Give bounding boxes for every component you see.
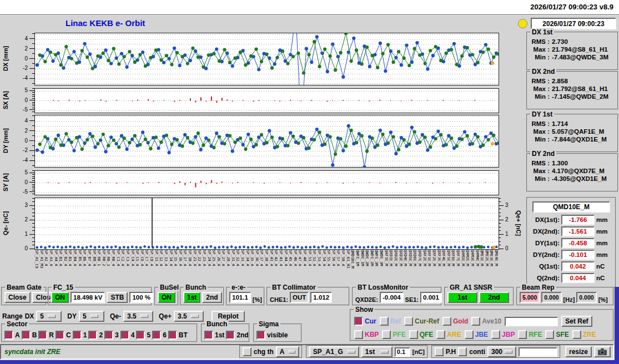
qe-plot — [34, 198, 499, 250]
interval-select[interactable]: 300 — [487, 346, 516, 357]
sy-plot-row: SY [A] 50-5 — [0, 170, 526, 194]
sector-a-checkbox[interactable] — [4, 331, 13, 340]
conti-checkbox[interactable] — [458, 347, 467, 356]
monitor-row: DY(2nd):-0.101mm — [529, 250, 614, 260]
range-qep-label: Qe+ — [159, 312, 172, 320]
bunch-order-select[interactable]: 1st — [361, 346, 392, 357]
monitor-value: -1.561 — [561, 226, 595, 236]
set-ref-button[interactable]: Set Ref — [561, 316, 592, 327]
beam-rep-pct-display: 0.000 — [576, 292, 596, 303]
sector-6-checkbox[interactable] — [152, 331, 161, 340]
sector-b-checkbox[interactable] — [22, 331, 31, 340]
show-cur-checkbox[interactable] — [354, 317, 363, 326]
qe-right-axis-ticks: 3210 — [499, 198, 513, 249]
group-title: e-:e- — [230, 284, 247, 291]
sp-device-select[interactable]: SP_A1_G — [309, 346, 359, 357]
conti-label: conti — [469, 348, 485, 356]
sector-bt-checkbox[interactable] — [168, 331, 177, 340]
show-jbe-checkbox[interactable] — [465, 330, 474, 339]
show-gold-checkbox[interactable] — [442, 317, 451, 326]
range-qem-select[interactable]: 3.5 — [123, 311, 153, 322]
range-dy-select[interactable]: 5 — [79, 311, 104, 322]
chg-th-checkbox[interactable] — [243, 347, 251, 356]
bunch-1st-checkbox[interactable] — [204, 331, 213, 340]
show-ref-checkbox[interactable] — [380, 317, 389, 326]
bunch-2nd-checkbox[interactable] — [226, 331, 235, 340]
spare-input[interactable] — [519, 347, 557, 357]
gr-a1-2nd-button[interactable]: 2nd — [479, 292, 509, 303]
ee-ratio-group: e-:e- 101.1 [%] — [226, 287, 265, 306]
group-title: Bunch — [184, 284, 208, 291]
optionmenu-indicator-icon — [90, 315, 98, 318]
show-pfe-checkbox[interactable] — [382, 330, 391, 339]
sx-plot — [34, 88, 499, 113]
show-kbp-checkbox[interactable] — [354, 330, 363, 339]
sector-c-checkbox[interactable] — [56, 331, 64, 340]
beam-rep-hz-display: 0.000 — [541, 292, 561, 303]
optionmenu-indicator-icon — [48, 315, 56, 318]
sector-5-checkbox[interactable] — [136, 331, 145, 340]
show-zre-checkbox[interactable] — [572, 330, 581, 339]
range-qep-select[interactable]: 3.5 — [174, 311, 204, 322]
fc15-on-button[interactable]: ON — [51, 292, 69, 303]
dy-axis-ticks: 420-2-4 — [10, 115, 34, 166]
beam-rep-hz-unit: [Hz] — [563, 296, 575, 303]
show-ave10-checkbox[interactable] — [471, 317, 480, 326]
rms-row: RMS :1.714 — [530, 120, 616, 127]
bunch-select-group: Bunch 1st 2nd — [201, 323, 250, 342]
beam-rep-group: Beam Rep 5.000 0.000 [Hz] 0.000 [%] — [516, 287, 614, 306]
monitor-value: -0.458 — [561, 238, 595, 248]
show-qfe-checkbox[interactable] — [409, 330, 418, 339]
show-sfe-checkbox[interactable] — [545, 330, 554, 339]
dy-plot — [34, 115, 499, 168]
max-row: Max :21.792@S8_61_H1 — [530, 85, 616, 92]
chg-th-select[interactable]: A — [276, 346, 299, 357]
fc15-stb-button[interactable]: STB — [107, 292, 128, 303]
screenshot-button[interactable] — [594, 346, 611, 357]
che1-value-display: 1.012 — [310, 292, 332, 303]
busel-on-button[interactable]: ON — [158, 292, 175, 303]
bunch-1st-button[interactable]: 1st — [183, 292, 200, 303]
dx-1st-stats-box: DX 1st RMS :2.730 Max :21.794@S8_61_H1 M… — [526, 32, 618, 70]
ph-checkbox[interactable] — [435, 347, 444, 356]
group-title: FC_15 — [52, 284, 75, 291]
show-cur-ref-checkbox[interactable] — [404, 317, 413, 326]
optionmenu-indicator-icon — [505, 350, 512, 353]
sigma-visible-checkbox[interactable] — [256, 331, 265, 340]
optionmenu-indicator-icon — [140, 315, 148, 318]
ee-ratio-display: 101.1 — [229, 292, 251, 303]
min-row: Min :-7.483@QWDE_3M — [530, 54, 616, 60]
rms-row: RMS :2.858 — [530, 78, 616, 84]
qxd2e-label: QXD2E: — [355, 296, 378, 303]
beam-gate-close-1-button[interactable]: Close — [4, 292, 31, 303]
bunch-2nd-button[interactable]: 2nd — [202, 292, 222, 303]
dx-2nd-stats-box: DX 2nd RMS :2.858 Max :21.792@S8_61_H1 M… — [526, 71, 618, 110]
acquisition-group: P.H conti 300 — [431, 345, 561, 358]
sector-r-checkbox[interactable] — [38, 331, 47, 340]
group-title: Bunch — [205, 320, 229, 328]
max-row: Max :5.057@QAF1E_M — [530, 128, 616, 135]
sector-1-checkbox[interactable] — [73, 331, 82, 340]
range-dx-select[interactable]: 5 — [36, 311, 62, 322]
sector-3-checkbox[interactable] — [104, 331, 113, 340]
sigma-group: Sigma visible — [253, 323, 302, 342]
threshold-input[interactable] — [395, 347, 410, 357]
sector-4-checkbox[interactable] — [120, 331, 129, 340]
show-rfe-checkbox[interactable] — [518, 330, 527, 339]
resize-button[interactable]: resize — [565, 346, 592, 357]
ref-name-input[interactable] — [505, 317, 558, 326]
window-top-highlight — [0, 15, 619, 16]
gr-a1-1st-button[interactable]: 1st — [447, 292, 477, 303]
monitor-value: 0.044 — [561, 273, 595, 283]
show-are-checkbox[interactable] — [436, 330, 445, 339]
qe-plot-row: Qe- [nC] 3210 3210 Qe+ [nC] — [0, 198, 526, 249]
qe-axis-ticks: 3210 — [10, 198, 34, 249]
range-dx-label: DX — [25, 312, 34, 320]
group-title: Sigma — [257, 320, 280, 328]
sector-2-checkbox[interactable] — [88, 331, 97, 340]
rms-row: RMS :1.300 — [530, 160, 616, 166]
show-jbp-checkbox[interactable] — [491, 330, 500, 339]
beamline-element-labels: SP_A1_C9SP_A1_M3SP_A2_4SP_A3_4SP_A4_4SP_… — [34, 250, 499, 283]
fc15-kv-display: 18.498 kV — [71, 292, 105, 303]
stats-box-title: DX 1st — [530, 28, 554, 36]
